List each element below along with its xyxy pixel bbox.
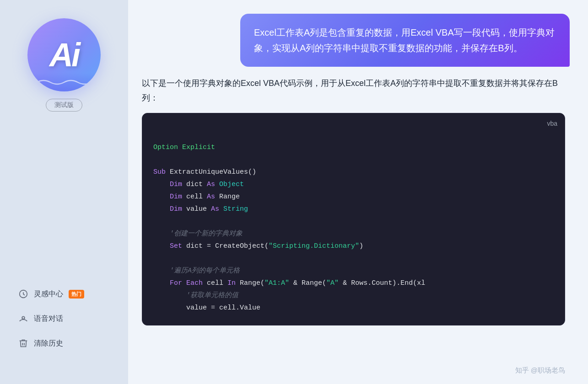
logo-wave-icon — [37, 78, 92, 87]
code-line-9: Set dict = CreateObject("Scripting.Dicti… — [153, 240, 554, 252]
code-line-3: Sub ExtractUniqueValues() — [153, 166, 554, 178]
main-content: Excel工作表A列是包含重复的数据，用Excel VBA写一段代码，使用字典对… — [128, 0, 588, 384]
code-header: vba — [142, 113, 565, 134]
sidebar-item-label-voice: 语音对话 — [34, 314, 63, 324]
hot-badge: 热门 — [69, 290, 84, 299]
ai-response: 以下是一个使用字典对象的Excel VBA代码示例，用于从Excel工作表A列的… — [137, 76, 570, 325]
content-area: Excel工作表A列是包含重复的数据，用Excel VBA写一段代码，使用字典对… — [128, 0, 588, 384]
beta-badge[interactable]: 测试版 — [46, 99, 82, 112]
code-line-12: For Each cell In Range("A1:A" & Range("A… — [153, 277, 554, 289]
code-line-1: Option Explicit — [153, 141, 554, 154]
sidebar-item-label-clear: 清除历史 — [34, 339, 63, 348]
inspiration-icon — [18, 289, 28, 299]
code-line-5: Dim cell As Range — [153, 191, 554, 203]
logo-text: Ai — [49, 36, 79, 74]
code-line-blank-1 — [153, 154, 554, 166]
sidebar-item-inspiration[interactable]: 灵感中心 热门 — [11, 283, 117, 305]
ai-intro-text: 以下是一个使用字典对象的Excel VBA代码示例，用于从Excel工作表A列的… — [142, 76, 565, 106]
logo-circle: Ai — [27, 18, 101, 91]
logo-container: Ai 测试版 — [27, 18, 101, 112]
code-line-14: value = cell.Value — [153, 302, 554, 314]
code-line-4: Dim dict As Object — [153, 178, 554, 191]
code-line-blank-2 — [153, 215, 554, 228]
code-block: vba Option Explicit Sub ExtractUniqueVal… — [142, 113, 565, 325]
sidebar-bottom: 灵感中心 热门 语音对话 清除历史 — [0, 283, 128, 357]
code-line-comment-3: '获取单元格的值 — [153, 289, 554, 302]
sidebar: Ai 测试版 灵感中心 热门 — [0, 0, 128, 384]
clear-icon — [18, 338, 28, 348]
voice-icon — [18, 314, 28, 324]
sidebar-item-voice[interactable]: 语音对话 — [11, 307, 117, 330]
code-line-blank-3 — [153, 252, 554, 265]
sidebar-item-label-inspiration: 灵感中心 — [34, 289, 63, 299]
code-content: Option Explicit Sub ExtractUniqueValues(… — [142, 134, 565, 325]
user-message-bubble: Excel工作表A列是包含重复的数据，用Excel VBA写一段代码，使用字典对… — [240, 14, 570, 67]
code-line-comment-2: '遍历A列的每个单元格 — [153, 265, 554, 277]
watermark: 知乎 @职场老鸟 — [515, 366, 565, 375]
sidebar-item-clear[interactable]: 清除历史 — [11, 332, 117, 355]
code-lang-label: vba — [547, 118, 557, 129]
code-line-6: Dim value As String — [153, 203, 554, 215]
code-line-comment-1: '创建一个新的字典对象 — [153, 228, 554, 240]
